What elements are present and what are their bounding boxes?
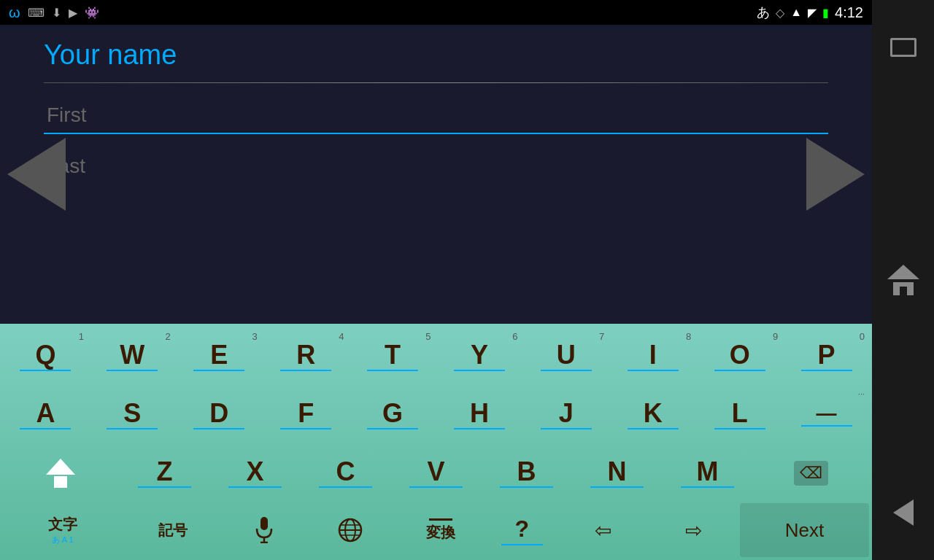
time-display: 4:12: [835, 4, 863, 21]
key-a[interactable]: A: [3, 386, 88, 443]
key-j[interactable]: J: [523, 386, 609, 443]
key-o[interactable]: 9 O: [697, 328, 782, 385]
key-t[interactable]: 5 T: [350, 328, 436, 385]
app-content: Your name Last: [0, 25, 872, 324]
android-icon: 👾: [85, 6, 99, 20]
left-nav-arrow[interactable]: [7, 138, 66, 211]
globe-key[interactable]: [305, 503, 395, 557]
key-dash[interactable]: ··· —: [784, 386, 869, 443]
key-l[interactable]: L: [697, 386, 782, 443]
key-d[interactable]: D: [177, 386, 262, 443]
status-bar-right: あ ◇ ▲ ◤ ▮ 4:12: [757, 4, 863, 21]
wr-icon: ω: [9, 4, 20, 21]
last-name-label: Last: [44, 149, 828, 184]
moji-key[interactable]: 文字 あ A 1: [3, 503, 122, 557]
home-button[interactable]: [881, 262, 925, 298]
keyboard-row-3: Z X C V B N M: [3, 445, 869, 502]
main-area: ω ⌨ ⬇ ▶ 👾 あ ◇ ▲ ◤ ▮ 4:12 Your name Last: [0, 0, 872, 560]
backspace-key[interactable]: ⌫: [753, 445, 869, 502]
divider-line: [44, 82, 828, 83]
page-title: Your name: [44, 39, 828, 71]
key-f[interactable]: F: [263, 386, 349, 443]
right-sidebar: [872, 0, 934, 560]
key-m[interactable]: M: [663, 445, 752, 502]
key-u[interactable]: 7 U: [523, 328, 609, 385]
svg-rect-0: [260, 517, 268, 530]
keyboard-row-4: 文字 あ A 1 記号: [3, 503, 869, 557]
back-button[interactable]: [881, 494, 925, 531]
shift-key[interactable]: [3, 445, 119, 502]
key-h[interactable]: H: [437, 386, 522, 443]
key-b[interactable]: B: [482, 445, 571, 502]
keyboard-row-2: A S D F G H J: [3, 386, 869, 443]
key-s[interactable]: S: [90, 386, 175, 443]
key-q[interactable]: 1 Q: [3, 328, 88, 385]
key-w[interactable]: 2 W: [90, 328, 175, 385]
japanese-icon: あ: [757, 4, 770, 21]
key-x[interactable]: X: [211, 445, 300, 502]
right-nav-arrow[interactable]: [806, 138, 865, 211]
arrow-left-key[interactable]: ⇦: [558, 503, 648, 557]
keyboard-icon: ⌨: [28, 6, 45, 20]
battery-icon: ▮: [822, 6, 829, 20]
key-z[interactable]: Z: [120, 445, 209, 502]
arrow-right-key[interactable]: ⇨: [649, 503, 738, 557]
play-icon: ▶: [69, 6, 77, 20]
keyboard-area: 1 Q 2 W 3 E 4 R 5 T: [0, 324, 872, 560]
mic-key[interactable]: [225, 503, 304, 557]
status-bar: ω ⌨ ⬇ ▶ 👾 あ ◇ ▲ ◤ ▮ 4:12: [0, 0, 872, 25]
key-p[interactable]: 0 P: [784, 328, 869, 385]
key-y[interactable]: 6 Y: [437, 328, 522, 385]
download-icon: ⬇: [52, 6, 61, 20]
key-k[interactable]: K: [610, 386, 695, 443]
edit-icon: ◇: [776, 6, 784, 20]
signal-icon: ◤: [808, 6, 817, 20]
key-n[interactable]: N: [572, 445, 661, 502]
wifi-icon: ▲: [790, 6, 802, 19]
keyboard-row-1: 1 Q 2 W 3 E 4 R 5 T: [3, 328, 869, 385]
first-name-input[interactable]: [44, 98, 828, 134]
key-e[interactable]: 3 E: [177, 328, 262, 385]
key-r[interactable]: 4 R: [263, 328, 349, 385]
status-bar-left: ω ⌨ ⬇ ▶ 👾: [9, 4, 99, 21]
next-key[interactable]: Next: [740, 503, 869, 557]
key-v[interactable]: V: [392, 445, 481, 502]
recent-apps-button[interactable]: [881, 29, 925, 66]
henkan-key[interactable]: 変換: [396, 503, 486, 557]
key-c[interactable]: C: [301, 445, 390, 502]
key-i[interactable]: 8 I: [610, 328, 695, 385]
key-g[interactable]: G: [350, 386, 436, 443]
kigo-key[interactable]: 記号: [123, 503, 223, 557]
question-key[interactable]: ?: [487, 503, 557, 557]
